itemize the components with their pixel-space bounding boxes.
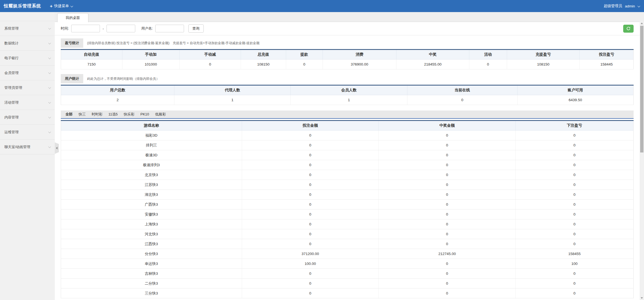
table-cell: 1 bbox=[174, 95, 291, 105]
table-row: 江苏快3000 bbox=[61, 180, 634, 190]
chevron-down-icon bbox=[48, 71, 51, 74]
column-header: 手动减 bbox=[179, 50, 241, 60]
column-header: 自动充值 bbox=[61, 50, 122, 60]
table-cell: 0 bbox=[242, 239, 379, 249]
column-header: 充提盈亏 bbox=[507, 50, 580, 60]
table-row: 上海快3000 bbox=[61, 219, 634, 229]
game-tab-1[interactable]: 全部 bbox=[62, 110, 76, 118]
game-tabs: 全部快三时时彩11选5快乐彩PK10低频彩 bbox=[61, 111, 634, 119]
table-cell: 二分快3 bbox=[61, 279, 242, 288]
table-cell: 2 bbox=[61, 95, 174, 105]
game-tab-5[interactable]: 快乐彩 bbox=[121, 110, 137, 118]
table-cell: 0 bbox=[242, 160, 379, 170]
time-end-input[interactable] bbox=[107, 25, 135, 32]
refresh-icon bbox=[626, 26, 631, 31]
table-row: 福彩3D000 bbox=[61, 131, 634, 140]
column-header: 活动 bbox=[469, 50, 507, 60]
table-row: 715010100001081500376900.00218455.000108… bbox=[61, 60, 634, 69]
sidebar-item-8[interactable]: 运维管理 bbox=[0, 125, 55, 140]
column-header: 游戏名称 bbox=[61, 121, 242, 131]
sidebar-item-6[interactable]: 活动管理 bbox=[0, 95, 55, 110]
table-cell: 0 bbox=[516, 219, 634, 229]
table-cell: 湖北快3 bbox=[61, 190, 242, 200]
sidebar-item-5[interactable]: 管理员管理 bbox=[0, 80, 55, 95]
table-cell: 0 bbox=[516, 131, 634, 140]
user-section: 用户统计 此处为总计，不受查询时间影响（排除内部会员） 用户总数代理人数会员人数… bbox=[61, 74, 634, 105]
game-tab-4[interactable]: 11选5 bbox=[105, 110, 121, 118]
table-cell: 0 bbox=[242, 288, 379, 298]
sidebar-item-4[interactable]: 会员管理 bbox=[0, 66, 55, 80]
sidebar-collapse-handle[interactable] bbox=[55, 142, 59, 154]
table-cell: 212745.00 bbox=[379, 249, 516, 259]
column-header: 下注盈亏 bbox=[516, 121, 634, 131]
quick-menu-dropdown[interactable]: + 快捷菜单 bbox=[50, 4, 73, 9]
chevron-left-icon bbox=[56, 147, 58, 149]
user-section-title: 用户统计 bbox=[61, 74, 83, 83]
sidebar: 系统管理数据统计电子银行会员管理管理员管理活动管理内容管理运维管理聊天室/动画管… bbox=[0, 12, 55, 300]
sidebar-item-3[interactable]: 电子银行 bbox=[0, 51, 55, 66]
table-cell: 0 bbox=[379, 239, 516, 249]
sidebar-item-7[interactable]: 内容管理 bbox=[0, 110, 55, 125]
table-header-row: 用户总数代理人数会员人数当前在线账户可用 bbox=[61, 85, 634, 95]
tab-bar: 我的桌面 bbox=[55, 12, 640, 22]
table-cell: 0 bbox=[286, 60, 323, 69]
table-cell: 0 bbox=[516, 150, 634, 160]
table-row: 吉林快3000 bbox=[61, 269, 634, 279]
chevron-down-icon bbox=[637, 4, 640, 7]
table-cell: 0 bbox=[242, 190, 379, 200]
table-row: 幸运快3100.000100 bbox=[61, 259, 634, 269]
sidebar-item-label: 内容管理 bbox=[4, 115, 19, 120]
game-table: 游戏名称投注金额中奖金额下注盈亏福彩3D000排列三000极速3D000极速排列… bbox=[61, 120, 634, 298]
table-cell: 218455.00 bbox=[396, 60, 469, 69]
game-tab-3[interactable]: 时时彩 bbox=[89, 110, 105, 118]
table-cell: 0 bbox=[516, 200, 634, 210]
column-header: 总充值 bbox=[241, 50, 286, 60]
table-cell: 0 bbox=[379, 210, 516, 219]
refresh-button[interactable] bbox=[623, 25, 634, 33]
table-row: 江西快3000 bbox=[61, 239, 634, 249]
scrollbar-thumb[interactable] bbox=[640, 26, 643, 152]
column-header: 投注金额 bbox=[242, 121, 379, 131]
scrollbar-down-arrow-icon[interactable] bbox=[641, 297, 643, 299]
sidebar-item-label: 数据统计 bbox=[4, 41, 19, 46]
table-row: 二分快3000 bbox=[61, 279, 634, 288]
table-cell: 0 bbox=[242, 219, 379, 229]
table-cell: 0 bbox=[242, 279, 379, 288]
table-cell: 0 bbox=[242, 131, 379, 140]
table-cell: 0 bbox=[242, 210, 379, 219]
table-cell: 0 bbox=[516, 140, 634, 150]
table-row: 河北快3000 bbox=[61, 229, 634, 239]
tab-my-desktop[interactable]: 我的桌面 bbox=[57, 13, 88, 22]
table-row: 北京快3000 bbox=[61, 170, 634, 180]
user-menu[interactable]: 超级管理员 admin bbox=[604, 4, 640, 9]
sidebar-item-1[interactable]: 系统管理 bbox=[0, 21, 55, 36]
profit-section-title: 盈亏统计 bbox=[61, 38, 83, 48]
table-cell: 0 bbox=[379, 259, 516, 269]
table-row: 安徽快3000 bbox=[61, 210, 634, 219]
game-tab-6[interactable]: PK10 bbox=[137, 110, 152, 118]
table-cell: 100 bbox=[516, 259, 634, 269]
table-cell: 376900.00 bbox=[323, 60, 396, 69]
sidebar-menu: 系统管理数据统计电子银行会员管理管理员管理活动管理内容管理运维管理聊天室/动画管… bbox=[0, 21, 55, 154]
chevron-down-icon bbox=[70, 4, 73, 7]
table-row: 排列三000 bbox=[61, 140, 634, 150]
sidebar-item-9[interactable]: 聊天室/动画管理 bbox=[0, 140, 55, 154]
profit-section-description: (排除内部会员数据) 投注盈亏 = (投注消费金额-返奖金额) 充提盈亏 = 自… bbox=[87, 41, 260, 46]
sidebar-item-label: 会员管理 bbox=[4, 70, 19, 75]
game-tab-7[interactable]: 低频彩 bbox=[152, 110, 169, 118]
query-button[interactable]: 查询 bbox=[188, 24, 204, 33]
sidebar-item-label: 管理员管理 bbox=[4, 85, 22, 90]
scrollbar-up-arrow-icon[interactable] bbox=[641, 22, 643, 24]
time-start-input[interactable] bbox=[71, 25, 100, 32]
table-cell: 0 bbox=[242, 229, 379, 239]
table-cell: 0 bbox=[407, 95, 517, 105]
table-cell: 0 bbox=[242, 150, 379, 160]
game-tab-2[interactable]: 快三 bbox=[76, 110, 89, 118]
table-cell: 北京快3 bbox=[61, 170, 242, 180]
table-cell: 0 bbox=[379, 269, 516, 279]
username-input[interactable] bbox=[155, 25, 184, 32]
sidebar-item-2[interactable]: 数据统计 bbox=[0, 36, 55, 51]
table-cell: 100.00 bbox=[242, 259, 379, 269]
table-cell: 0 bbox=[242, 140, 379, 150]
chevron-down-icon bbox=[48, 145, 51, 148]
